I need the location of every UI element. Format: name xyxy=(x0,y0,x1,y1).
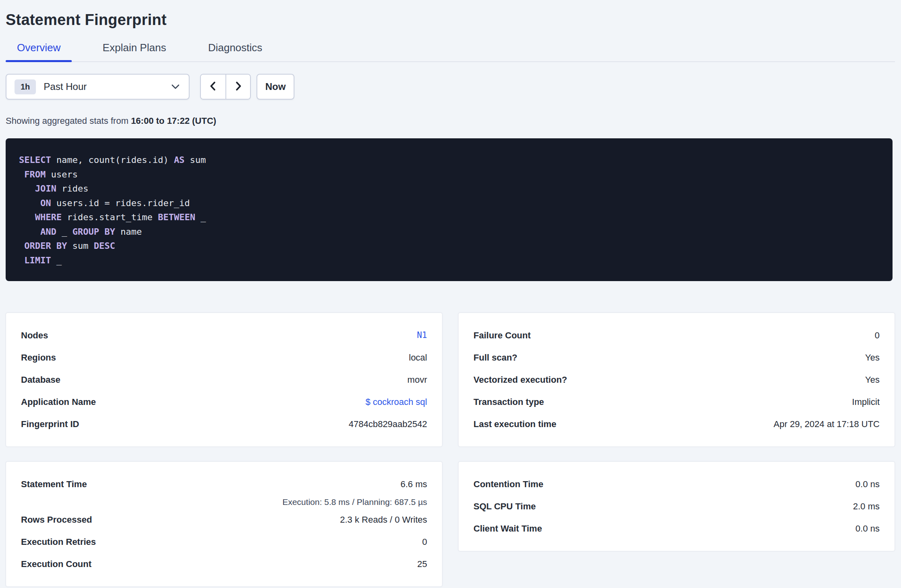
kv-row: Vectorized execution?Yes xyxy=(473,369,880,391)
time-range-dropdown[interactable]: 1h Past Hour xyxy=(6,74,190,100)
kv-value: 6.6 ms xyxy=(400,479,427,489)
kv-row: Application Name$ cockroach sql xyxy=(21,391,427,413)
kv-value: 2.0 ms xyxy=(853,501,880,511)
kv-row: Execution Retries0 xyxy=(21,531,427,553)
kv-row: Regionslocal xyxy=(21,346,427,369)
sql-text: _ xyxy=(56,227,73,237)
sql-text: sum xyxy=(67,241,94,251)
sql-text: users.id = rides.rider_id xyxy=(51,198,190,208)
kv-label: Execution Count xyxy=(21,553,92,575)
sql-keyword: DESC xyxy=(94,241,115,251)
kv-value: 4784cb829aab2542 xyxy=(348,419,427,429)
kv-label: Database xyxy=(21,369,60,391)
kv-label: SQL CPU Time xyxy=(473,495,536,517)
sql-line: ON users.id = rides.rider_id xyxy=(19,196,879,211)
sql-text: name xyxy=(115,227,142,237)
kv-value: 0.0 ns xyxy=(855,523,880,534)
kv-value: 0 xyxy=(422,537,427,547)
app-name-link[interactable]: $ cockroach sql xyxy=(365,397,427,407)
prev-time-button[interactable] xyxy=(201,75,225,99)
sql-line: WHERE rides.start_time BETWEEN _ xyxy=(19,210,879,225)
tab-explain-plans[interactable]: Explain Plans xyxy=(91,42,177,61)
kv-label: Failure Count xyxy=(473,324,531,346)
sql-keyword: FROM xyxy=(24,169,46,179)
sql-text: rides xyxy=(56,183,88,194)
sql-text: rides.start_time xyxy=(62,212,158,222)
tab-diagnostics[interactable]: Diagnostics xyxy=(197,42,273,61)
next-time-button[interactable] xyxy=(225,75,250,99)
kv-value: 0 xyxy=(875,330,880,340)
kv-row: Databasemovr xyxy=(21,369,427,391)
kv-row: Execution Count25 xyxy=(21,553,427,575)
kv-label: Rows Processed xyxy=(21,509,92,531)
kv-value: movr xyxy=(407,375,427,385)
sql-text xyxy=(19,255,24,265)
statement-stats-card: Statement Time6.6 msExecution: 5.8 ms / … xyxy=(6,461,442,587)
kv-row: Client Wait Time0.0 ns xyxy=(473,517,880,540)
node-link[interactable]: N1 xyxy=(417,330,427,340)
kv-value: Yes xyxy=(865,352,880,363)
kv-label: Vectorized execution? xyxy=(473,369,567,391)
sql-text xyxy=(19,183,35,194)
summary-card: NodesN1RegionslocalDatabasemovrApplicati… xyxy=(6,313,442,447)
kv-value: 2.3 k Reads / 0 Writes xyxy=(340,515,427,525)
kv-row: Fingerprint ID4784cb829aab2542 xyxy=(21,413,427,435)
sql-keyword: LIMIT xyxy=(24,255,51,265)
sql-text: _ xyxy=(51,255,62,265)
sql-line: JOIN rides xyxy=(19,181,879,196)
page-title: Statement Fingerprint xyxy=(6,10,895,29)
kv-label: Contention Time xyxy=(473,473,543,495)
kv-row: Contention Time0.0 ns xyxy=(473,473,880,495)
time-range-label: Past Hour xyxy=(44,81,87,92)
sql-text: users xyxy=(46,169,77,179)
sql-keyword: AND xyxy=(40,227,56,237)
kv-label: Client Wait Time xyxy=(473,517,542,540)
kv-label: Statement Time xyxy=(21,473,87,495)
kv-row: Transaction typeImplicit xyxy=(473,391,880,413)
kv-label: Full scan? xyxy=(473,346,517,369)
sql-text xyxy=(19,169,24,179)
statement-fingerprint-page: Statement Fingerprint Overview Explain P… xyxy=(0,0,901,588)
sql-keyword: ORDER BY xyxy=(24,241,67,251)
kv-row: SQL CPU Time2.0 ms xyxy=(473,495,880,517)
aggregation-status-prefix: Showing aggregated stats from xyxy=(6,116,131,126)
time-controls: 1h Past Hour xyxy=(6,74,895,100)
detail-cards: NodesN1RegionslocalDatabasemovrApplicati… xyxy=(6,313,895,587)
sql-line: AND _ GROUP BY name xyxy=(19,225,879,239)
sql-text: name, count(rides.id) xyxy=(51,155,174,165)
kv-label: Transaction type xyxy=(473,391,544,413)
kv-label: Regions xyxy=(21,346,56,369)
kv-row: Statement Time6.6 msExecution: 5.8 ms / … xyxy=(21,473,427,509)
sql-line: SELECT name, count(rides.id) AS sum xyxy=(19,153,879,167)
chevron-right-icon xyxy=(233,81,244,93)
sql-keyword: WHERE xyxy=(35,212,62,222)
sql-text: sum xyxy=(185,155,206,165)
kv-subvalue: Execution: 5.8 ms / Planning: 687.5 µs xyxy=(282,495,427,509)
kv-label: Last execution time xyxy=(473,413,556,435)
chevron-down-icon xyxy=(171,84,180,90)
tab-overview[interactable]: Overview xyxy=(6,42,72,61)
kv-value: local xyxy=(409,352,427,363)
now-button[interactable]: Now xyxy=(257,74,294,100)
sql-keyword: AS xyxy=(174,155,185,165)
chevron-left-icon xyxy=(208,81,219,93)
kv-value: Yes xyxy=(865,375,880,385)
tab-bar: Overview Explain Plans Diagnostics xyxy=(6,42,895,62)
sql-keyword: SELECT xyxy=(19,155,51,165)
sql-keyword: ON xyxy=(40,198,51,208)
execution-attributes-card: Failure Count0Full scan?YesVectorized ex… xyxy=(458,313,895,447)
sql-text: _ xyxy=(195,212,206,222)
sql-text xyxy=(19,198,40,208)
sql-text xyxy=(19,241,24,251)
kv-row: Last execution timeApr 29, 2024 at 17:18… xyxy=(473,413,880,435)
time-stats-card: Contention Time0.0 nsSQL CPU Time2.0 msC… xyxy=(458,461,895,551)
aggregation-status-range: 16:00 to 17:22 (UTC) xyxy=(131,116,217,126)
sql-line: FROM users xyxy=(19,167,879,182)
sql-text xyxy=(19,212,35,222)
kv-row: NodesN1 xyxy=(21,324,427,346)
time-step-button-group xyxy=(200,74,251,100)
kv-row: Failure Count0 xyxy=(473,324,880,346)
sql-text xyxy=(19,227,40,237)
kv-row: Rows Processed2.3 k Reads / 0 Writes xyxy=(21,509,427,531)
sql-line: ORDER BY sum DESC xyxy=(19,239,879,253)
